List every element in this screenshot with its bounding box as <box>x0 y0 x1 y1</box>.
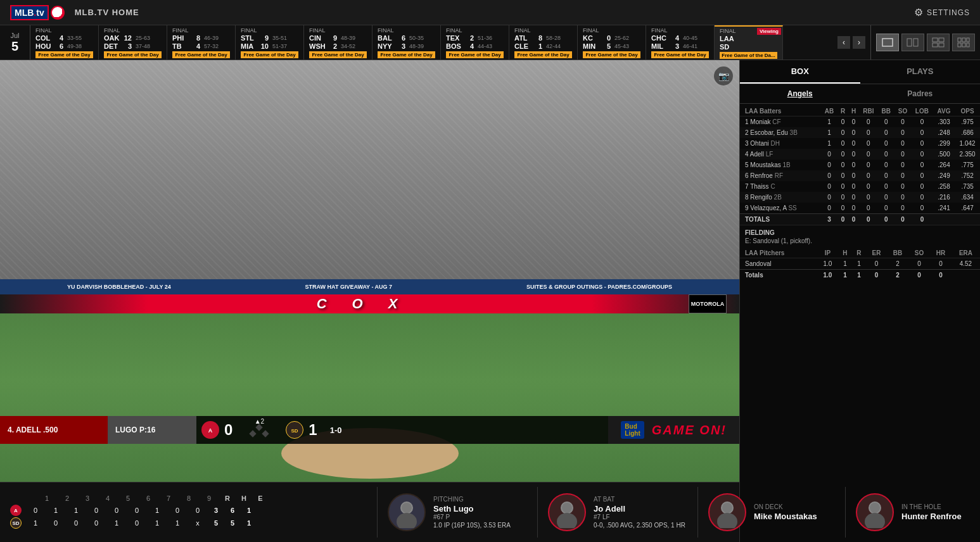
base-first <box>262 430 269 437</box>
tab-plays[interactable]: PLAYS <box>860 60 981 84</box>
team1-score: A 0 <box>196 421 238 439</box>
table-row: 7 Thaiss C 0000 000 .258.735 <box>740 181 980 192</box>
linescore: 123456789RHE A011000100361SD10001011x551 <box>10 495 367 530</box>
table-row: 8 Rengifo 2B 0000 000 .216.634 <box>740 192 980 203</box>
totals-row: TOTALS3000000 <box>740 214 980 225</box>
pitcher-info: LUGO P:16 <box>108 416 196 444</box>
team2-score-num: 1 <box>309 421 317 439</box>
game-card-1[interactable]: FinalOAK1225-63DET337-48Free Game of the… <box>99 25 167 60</box>
svg-rect-2 <box>913 39 918 46</box>
game-card-2[interactable]: FinalPHI846-39TB457-32Free Game of the D… <box>167 25 236 60</box>
score-main: A 0 ▲2 SD 1 <box>196 416 739 444</box>
date-month: Jul <box>10 32 19 39</box>
scoreboard-nav: ‹ › <box>832 25 871 60</box>
pitcher-name: Seth Lugo <box>433 504 511 514</box>
next-arrow[interactable]: › <box>853 36 865 49</box>
in-hole-section: IN THE HOLE Hunter Renfroe <box>856 493 970 531</box>
col-h: H <box>848 106 859 117</box>
ls-cell-1-0: 1 <box>27 519 44 527</box>
ls-cell-1-6: 1 <box>148 519 166 527</box>
tab-padres[interactable]: Padres <box>860 84 981 103</box>
table-row: 9 Velazquez, A SS 0000 000 .241.647 <box>740 203 980 214</box>
box-content: LAA Batters AB R H RBI BB SO LOB AVG OPS <box>740 104 980 283</box>
divider-1 <box>377 487 378 538</box>
svg-point-23 <box>722 503 732 513</box>
game-card-4[interactable]: FinalCIN948-39WSH234-52Free Game of the … <box>304 25 372 60</box>
col-pbb: BB <box>887 248 908 258</box>
view-grid[interactable] <box>952 34 975 51</box>
ls-cell-0-8: 0 <box>189 507 207 514</box>
linescore-row-padres: SD10001011x551 <box>10 517 367 529</box>
view-single[interactable] <box>876 34 899 51</box>
game-card-9[interactable]: FinalCHC440-45MIL346-41Free Game of the … <box>646 25 715 60</box>
at-bat-name: Jo Adell <box>594 504 685 514</box>
view-buttons <box>871 25 980 60</box>
header-right: ⚙ SETTINGS <box>914 6 970 18</box>
at-bat-info-block: AT BAT Jo Adell #7 LF 0-0, .500 AVG, 2.3… <box>594 496 685 529</box>
pitching-section: PITCHING Seth Lugo #67 P 1.0 IP (16P 10S… <box>388 493 527 531</box>
gotd-text: GAME ON! <box>652 423 727 438</box>
svg-rect-10 <box>958 43 961 47</box>
linescore-header: 123456789RHE <box>10 495 367 502</box>
fielding-val: E: Sandoval (1, pickoff). <box>745 237 975 244</box>
team1-score-num: 0 <box>224 421 232 439</box>
tab-angels[interactable]: Angels <box>740 84 860 103</box>
ls-cell-0-1: 1 <box>47 507 65 514</box>
svg-rect-1 <box>907 39 912 46</box>
col-ip: IP <box>817 248 838 258</box>
scoreboard: Jul 5 FinalCOL433-55HOU649-38Free Game o… <box>0 25 980 60</box>
padres-logo: SD <box>286 421 303 439</box>
game-card-8[interactable]: FinalKC025-62MIN545-43Free Game of the D… <box>578 25 646 60</box>
svg-text:A: A <box>208 427 213 434</box>
col-pitchers: LAA Pitchers <box>740 248 817 258</box>
cox-ad-banner: COX <box>0 294 739 313</box>
ls-rhe-h-1: 5 <box>226 519 239 527</box>
ad-bar: YU DARVISH BOBBLEHEAD - JULY 24 STRAW HA… <box>0 279 739 294</box>
in-hole-name: Hunter Renfroe <box>901 512 962 521</box>
svg-rect-7 <box>958 38 961 42</box>
score-overlay: 4. ADELL .500 LUGO P:16 A 0 ▲2 <box>0 416 739 444</box>
game-card-7[interactable]: FinalATL858-28CLE142-44Free Game of the … <box>509 25 578 60</box>
col-bb: BB <box>878 106 894 117</box>
inning-header-1: 1 <box>38 495 56 502</box>
divider-4 <box>845 487 846 538</box>
tab-box[interactable]: BOX <box>740 60 860 84</box>
game-card-0[interactable]: FinalCOL433-55HOU649-38Free Game of the … <box>30 25 99 60</box>
inning-header-8: 8 <box>180 495 198 502</box>
game-card-5[interactable]: FinalBAL650-35NYY348-39Free Game of the … <box>372 25 441 60</box>
pitcher-row: Sandoval1.01102004.52 <box>740 258 980 270</box>
mlb-logo[interactable]: MLB.tv <box>10 5 65 20</box>
ls-cell-0-2: 1 <box>67 507 85 514</box>
ls-cell-0-3: 0 <box>87 507 105 514</box>
ls-rhe-h-0: 6 <box>226 507 239 514</box>
prev-arrow[interactable]: ‹ <box>837 36 850 49</box>
table-row: 6 Renfroe RF 0000 000 .249.752 <box>740 170 980 181</box>
fielding-section: FIELDING E: Sandoval (1, pickoff). <box>740 225 980 248</box>
col-phr: HR <box>930 248 951 258</box>
svg-text:SD: SD <box>291 428 298 434</box>
inning-header-4: 4 <box>99 495 117 502</box>
svg-rect-0 <box>882 39 893 46</box>
settings-label[interactable]: SETTINGS <box>927 8 970 17</box>
motorola-ad: MOTOROLA <box>689 294 727 313</box>
camera-button[interactable]: 📷 <box>714 66 733 85</box>
col-avg: AVG <box>933 106 955 117</box>
settings-icon: ⚙ <box>914 6 923 18</box>
ls-cell-0-5: 0 <box>128 507 146 514</box>
team-tabs: Angels Padres <box>740 84 980 104</box>
divider-3 <box>697 487 698 538</box>
view-four[interactable] <box>927 34 950 51</box>
rhe-header-H: H <box>237 495 251 502</box>
table-row: 5 Moustakas 1B 0000 000 .264.775 <box>740 160 980 170</box>
angels-logo: A <box>201 421 219 439</box>
col-pso: SO <box>908 248 930 258</box>
ls-cell-0-6: 1 <box>148 507 166 514</box>
game-card-10[interactable]: FinalLAASDFree Game of the Da...Viewing <box>715 25 783 60</box>
game-card-3[interactable]: FinalSTL935-51MIA1051-37Free Game of the… <box>236 25 304 60</box>
inning-header-2: 2 <box>58 495 76 502</box>
game-card-6[interactable]: FinalTEX251-36BOS444-43Free Game of the … <box>441 25 509 60</box>
col-era: ERA <box>951 248 980 258</box>
view-two[interactable] <box>901 34 924 51</box>
ls-rhe-e-1: 1 <box>242 519 256 527</box>
crowd-area <box>0 60 739 292</box>
